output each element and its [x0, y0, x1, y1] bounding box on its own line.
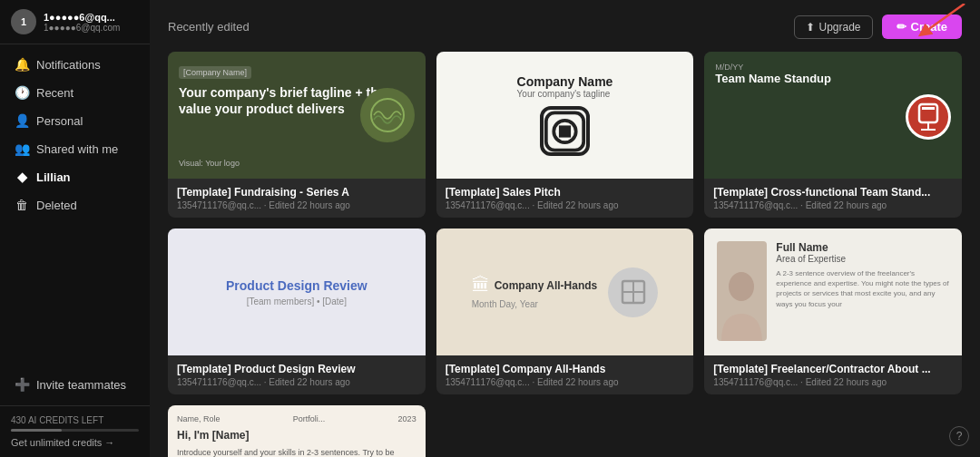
- credits-section: 430 AI CREDITS LEFT Get unlimited credit…: [0, 405, 150, 457]
- credits-bar: [11, 429, 139, 432]
- card-title: [Template] Sales Pitch: [446, 186, 685, 199]
- company-name: Company Name: [517, 74, 613, 89]
- allhands-text: 🏛 Company All-Hands Month Day, Year: [472, 275, 598, 309]
- allhands-logo: [608, 267, 658, 317]
- card-title: [Template] Product Design Review: [177, 363, 416, 375]
- card-thumbnail: [Company Name] Your company's brief tagl…: [168, 52, 426, 179]
- card-fundraising[interactable]: [Company Name] Your company's brief tagl…: [168, 52, 426, 218]
- sidebar-item-label: Lillian: [36, 170, 71, 184]
- sidebar-item-label: Shared with me: [36, 142, 118, 156]
- invite-teammates-button[interactable]: ➕ Invite teammates: [4, 371, 146, 398]
- review-sub: [Team members] • [Date]: [247, 297, 347, 306]
- svg-point-12: [729, 272, 754, 301]
- sidebar-item-shared[interactable]: 👥 Shared with me: [4, 135, 146, 162]
- card-meta: 1354711176@qq.c... · Edited 22 hours ago: [446, 200, 685, 210]
- invite-label: Invite teammates: [36, 378, 126, 392]
- sidebar-item-label: Personal: [36, 114, 83, 128]
- date-label: M/D/YY: [715, 63, 951, 72]
- card-title: [Template] Fundraising - Series A: [177, 186, 416, 199]
- bell-icon: 🔔: [15, 57, 29, 72]
- card-meta: 1354711176@qq.c... · Edited 22 hours ago: [446, 377, 685, 387]
- get-credits-link[interactable]: Get unlimited credits →: [11, 437, 139, 448]
- card-portfolio[interactable]: Name, Role Portfoli... 2023 Hi, I'm [Nam…: [168, 405, 426, 457]
- sidebar-item-label: Deleted: [36, 199, 77, 212]
- user-name: 1●●●●●6@qq...: [44, 12, 120, 23]
- portfolio-name-role: Name, Role: [177, 414, 220, 423]
- user-info: 1●●●●●6@qq... 1●●●●●6@qq.com: [44, 12, 120, 33]
- main-header: Recently edited ⬆ Upgrade ✏ Create: [168, 15, 962, 39]
- svg-point-1: [371, 99, 404, 131]
- trash-icon: 🗑: [15, 198, 29, 212]
- visual-label: Visual: Your logo: [179, 159, 415, 168]
- card-sales-pitch[interactable]: Company Name Your company's tagline [Tem…: [436, 52, 694, 218]
- header-actions: ⬆ Upgrade ✏ Create: [794, 15, 963, 39]
- allhands-date: Month Day, Year: [472, 299, 598, 309]
- svg-rect-4: [559, 125, 571, 137]
- svg-rect-6: [922, 107, 935, 110]
- card-title: [Template] Freelancer/Contractor About .…: [713, 363, 953, 375]
- sidebar-item-label: Recent: [36, 86, 74, 100]
- card-meta: 1354711176@qq.c... · Edited 22 hours ago: [713, 200, 953, 210]
- card-thumbnail: 🏛 Company All-Hands Month Day, Year: [436, 228, 694, 355]
- card-meta: 1354711176@qq.c... · Edited 22 hours ago: [177, 200, 416, 210]
- portfolio-label: Portfoli...: [293, 414, 326, 423]
- create-button[interactable]: ✏ Create: [882, 15, 962, 39]
- person-icon: 👤: [15, 113, 29, 128]
- sidebar-item-personal[interactable]: 👤 Personal: [4, 107, 146, 134]
- wave-circle: [360, 88, 415, 142]
- card-thumbnail: Name, Role Portfoli... 2023 Hi, I'm [Nam…: [168, 405, 426, 457]
- card-thumbnail: M/D/YY Team Name Standup: [704, 52, 962, 179]
- credits-bar-fill: [11, 429, 62, 432]
- upgrade-icon: ⬆: [806, 21, 815, 34]
- card-info: [Template] Product Design Review 1354711…: [168, 355, 426, 394]
- user-email: 1●●●●●6@qq.com: [44, 23, 120, 33]
- sidebar-item-recent[interactable]: 🕐 Recent: [4, 79, 146, 106]
- person-image: [717, 241, 767, 341]
- full-name: Full Name: [776, 241, 949, 254]
- help-button[interactable]: ?: [949, 426, 969, 446]
- card-freelancer[interactable]: Full Name Area of Expertise A 2-3 senten…: [704, 228, 962, 394]
- user-profile[interactable]: 1 1●●●●●6@qq... 1●●●●●6@qq.com: [0, 0, 150, 44]
- sidebar-item-label: Notifications: [36, 58, 101, 72]
- card-info: [Template] Fundraising - Series A 135471…: [168, 179, 426, 218]
- expertise: Area of Expertise: [776, 254, 949, 264]
- card-crossfunctional[interactable]: M/D/YY Team Name Standup [Template] Cros…: [704, 52, 962, 218]
- red-circle: [906, 94, 951, 140]
- avatar: 1: [11, 9, 36, 34]
- sidebar-item-lillian[interactable]: ◆ Lillian: [4, 163, 146, 190]
- card-info: [Template] Company All-Hands 1354711176@…: [436, 355, 694, 394]
- review-title: Product Design Review: [226, 278, 368, 293]
- meeting-title: Team Name Standup: [715, 72, 951, 85]
- diamond-icon: ◆: [15, 170, 29, 184]
- portfolio-header: Name, Role Portfoli... 2023: [177, 414, 416, 423]
- card-thumbnail: Company Name Your company's tagline: [436, 52, 694, 179]
- card-meta: 1354711176@qq.c... · Edited 22 hours ago: [177, 377, 416, 387]
- clock-icon: 🕐: [15, 85, 29, 100]
- card-info: [Template] Sales Pitch 1354711176@qq.c..…: [436, 179, 694, 218]
- logo-area: [715, 94, 951, 140]
- sidebar-nav: 🔔 Notifications 🕐 Recent 👤 Personal 👥 Sh…: [0, 44, 150, 370]
- freelancer-text: Full Name Area of Expertise A 2-3 senten…: [776, 241, 949, 309]
- card-product-design[interactable]: Product Design Review [Team members] • […: [168, 228, 426, 394]
- add-person-icon: ➕: [15, 377, 29, 392]
- sidebar-item-notifications[interactable]: 🔔 Notifications: [4, 51, 146, 78]
- main-content: Recently edited ⬆ Upgrade ✏ Create: [150, 0, 980, 457]
- card-thumbnail: Full Name Area of Expertise A 2-3 senten…: [704, 228, 962, 355]
- logo-icon: [540, 106, 590, 156]
- emoji-icon: 🏛: [472, 275, 490, 296]
- card-title: [Template] Cross-functional Team Stand..…: [713, 186, 953, 199]
- edit-icon: ✏: [897, 20, 906, 34]
- people-icon: 👥: [15, 141, 29, 156]
- card-allhands[interactable]: 🏛 Company All-Hands Month Day, Year [Tem…: [436, 228, 694, 394]
- cards-grid: [Company Name] Your company's brief tagl…: [168, 52, 962, 457]
- card-meta: 1354711176@qq.c... · Edited 22 hours ago: [713, 377, 953, 387]
- bio-text: A 2-3 sentence overview of the freelance…: [776, 268, 949, 309]
- card-thumbnail: Product Design Review [Team members] • […: [168, 228, 426, 355]
- card-info: [Template] Freelancer/Contractor About .…: [704, 355, 962, 394]
- upgrade-button[interactable]: ⬆ Upgrade: [794, 15, 873, 39]
- portfolio-intro: Introduce yourself and your skills in 2-…: [177, 447, 416, 457]
- credits-label: 430 AI CREDITS LEFT: [11, 415, 139, 425]
- sidebar-item-deleted[interactable]: 🗑 Deleted: [4, 191, 146, 219]
- portfolio-greeting: Hi, I'm [Name]: [177, 429, 416, 442]
- company-label: [Company Name]: [179, 66, 251, 79]
